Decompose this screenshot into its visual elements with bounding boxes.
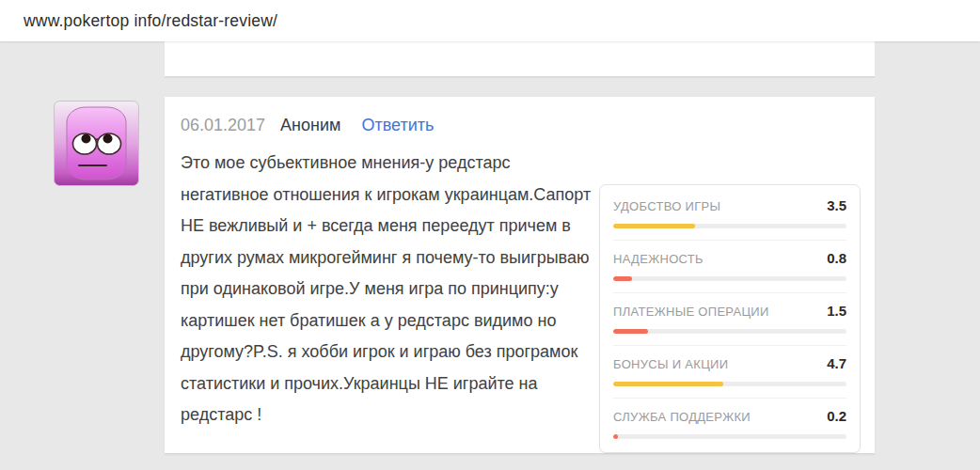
monster-face-avatar-icon [54,101,139,186]
rating-head: БОНУСЫ И АКЦИИ 4.7 [613,355,846,371]
browser-address-bar[interactable]: www.pokertop info/redstar-review/ [0,0,980,41]
review-header: 06.01.2017 Аноним Ответить [181,116,434,135]
user-avatar [54,101,139,186]
previous-card-remnant [165,41,875,77]
rating-item: БОНУСЫ И АКЦИИ 4.7 [613,346,846,399]
rating-bar-fill [613,276,632,281]
ratings-list: УДОБСТВО ИГРЫ 3.5 НАДЕЖНОСТЬ 0.8 ПЛАТЕЖН… [613,188,846,439]
rating-item: СЛУЖБА ПОДДЕРЖКИ 0.2 [613,399,846,439]
url-text[interactable]: www.pokertop info/redstar-review/ [24,11,277,31]
rating-head: НАДЕЖНОСТЬ 0.8 [613,250,846,266]
rating-bar-track [613,329,846,334]
review-card: 06.01.2017 Аноним Ответить Это мое субье… [165,97,875,454]
rating-bar-fill [613,329,648,334]
rating-bar-fill [613,224,695,228]
rating-label: БОНУСЫ И АКЦИИ [613,357,728,371]
review-date: 06.01.2017 [181,116,265,135]
page: www.pokertop info/redstar-review/ [0,0,980,470]
rating-label: СЛУЖБА ПОДДЕРЖКИ [613,410,751,424]
rating-label: НАДЕЖНОСТЬ [613,252,703,266]
rating-bar-track [613,382,846,386]
rating-item: НАДЕЖНОСТЬ 0.8 [613,241,846,293]
rating-bar-track [613,224,846,228]
rating-value: 4.7 [827,355,846,371]
rating-bar-track [613,276,846,281]
rating-label: ПЛАТЕЖНЫЕ ОПЕРАЦИИ [613,305,769,319]
rating-head: УДОБСТВО ИГРЫ 3.5 [613,197,846,213]
ratings-panel: УДОБСТВО ИГРЫ 3.5 НАДЕЖНОСТЬ 0.8 ПЛАТЕЖН… [599,184,861,453]
rating-bar-fill [613,434,618,439]
rating-value: 3.5 [827,197,846,213]
rating-bar-track [613,434,846,439]
review-author: Аноним [280,116,340,135]
review-text: Это мое субьективное мнения-у редстарс н… [181,148,613,431]
rating-value: 1.5 [827,303,846,319]
rating-item: ПЛАТЕЖНЫЕ ОПЕРАЦИИ 1.5 [613,293,846,346]
rating-head: ПЛАТЕЖНЫЕ ОПЕРАЦИИ 1.5 [613,303,846,319]
rating-value: 0.8 [827,250,846,266]
rating-head: СЛУЖБА ПОДДЕРЖКИ 0.2 [613,408,846,424]
rating-label: УДОБСТВО ИГРЫ [613,199,720,213]
rating-bar-fill [613,382,723,386]
rating-item: УДОБСТВО ИГРЫ 3.5 [613,188,846,241]
rating-value: 0.2 [827,408,846,424]
reply-link[interactable]: Ответить [361,116,434,135]
